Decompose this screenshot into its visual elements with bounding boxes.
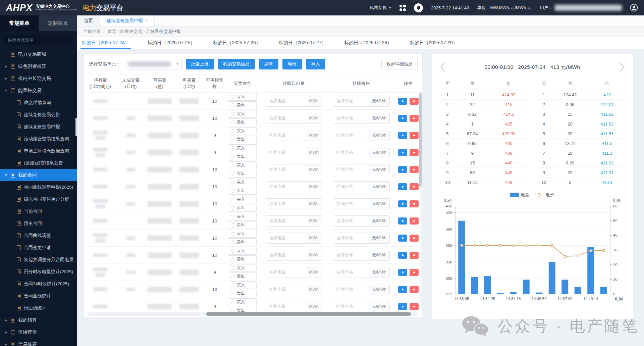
listing-qty-input[interactable]	[266, 216, 306, 226]
direction-buy-radio[interactable]: 买入	[228, 179, 257, 186]
listing-qty-input[interactable]	[266, 199, 306, 209]
date-tab[interactable]: 标的日（2025-07-28）	[343, 37, 393, 49]
direction-sell-radio[interactable]: 卖出	[228, 238, 257, 246]
delete-op-button[interactable]	[410, 183, 419, 190]
vertical-scrollbar[interactable]	[419, 93, 422, 311]
sidebar-item-合同曲线调整[interactable]: 合同曲线调整	[0, 230, 77, 242]
direction-sell-radio[interactable]: 卖出	[228, 170, 257, 178]
toolbar-button-批量上报[interactable]: 批量上报	[186, 59, 214, 69]
delete-op-button[interactable]	[410, 286, 419, 293]
listing-qty-input[interactable]	[266, 182, 306, 192]
delete-op-button[interactable]	[410, 149, 419, 156]
delete-op-button[interactable]	[410, 98, 419, 105]
sidebar-item-我的结算[interactable]: ▶我的结算	[0, 314, 77, 326]
listing-price-input[interactable]	[333, 267, 369, 278]
delete-op-button[interactable]	[410, 252, 419, 259]
sidebar-item-当前合同[interactable]: 当前合同	[0, 205, 77, 217]
sidebar-item-绿色消费核算[interactable]: ▶绿色消费核算	[0, 60, 77, 72]
sidebar-item-市场主体持仓数据查询[interactable]: 市场主体持仓数据查询	[0, 145, 77, 157]
listing-qty-input[interactable]	[266, 113, 306, 123]
direction-buy-radio[interactable]: 买入	[228, 213, 257, 220]
toolbar-button-我的交易信息[interactable]: 我的交易信息	[218, 59, 255, 69]
submit-op-button[interactable]	[398, 235, 407, 242]
listing-qty-input[interactable]	[266, 147, 306, 158]
sidebar-item-合同24时段统计(2025)[interactable]: 合同24时段统计(2025)	[0, 278, 77, 290]
toolbar-button-导入[interactable]: 导入	[306, 59, 325, 69]
delete-op-button[interactable]	[410, 235, 419, 242]
listing-price-input[interactable]	[333, 96, 369, 106]
sidebar-item-日分时段电量统计(2025)[interactable]: 日分时段电量统计(2025)	[0, 266, 77, 278]
sidebar-item-成交详情查询[interactable]: 成交详情查询	[0, 97, 77, 109]
listing-qty-input[interactable]	[266, 267, 306, 278]
listing-qty-input[interactable]	[266, 233, 306, 243]
listing-qty-input[interactable]	[266, 164, 306, 175]
sidebar-item-日曲线统计[interactable]: 日曲线统计	[0, 302, 77, 314]
direction-buy-radio[interactable]: 买入	[228, 196, 257, 203]
sidebar-item-连续竞价交易申报[interactable]: 连续竞价交易申报	[0, 121, 77, 133]
sidebar-item-电力交易商城[interactable]: 电力交易商城	[0, 48, 77, 60]
delete-op-button[interactable]	[410, 132, 419, 139]
submit-op-button[interactable]	[398, 286, 407, 293]
delete-op-button[interactable]	[410, 166, 419, 173]
sidebar-item-滚动撮合交易结果查询[interactable]: 滚动撮合交易结果查询	[0, 133, 77, 145]
avatar-icon[interactable]	[630, 4, 638, 12]
direction-buy-radio[interactable]: 买入	[228, 298, 257, 306]
listing-qty-input[interactable]	[266, 250, 306, 260]
prev-period-arrow-icon[interactable]	[437, 60, 448, 75]
sidebar-item-发起方调整分月合同电量[interactable]: 发起方调整分月合同电量	[0, 254, 77, 266]
sidebar-item-连续竞价交易公告[interactable]: 连续竞价交易公告	[0, 109, 77, 121]
sidebar-item-合同曲线统计[interactable]: 合同曲线统计	[0, 290, 77, 302]
sidebar-item-(滚撮)成交结果公告[interactable]: (滚撮)成交结果公告	[0, 157, 77, 169]
listing-qty-input[interactable]	[266, 130, 306, 141]
listing-price-input[interactable]	[333, 199, 369, 209]
listing-price-input[interactable]	[333, 233, 369, 243]
breadcrumb-item[interactable]: 首页	[108, 29, 116, 34]
direction-sell-radio[interactable]: 卖出	[228, 290, 257, 297]
delete-op-button[interactable]	[410, 303, 419, 310]
sidebar-item-信息披露[interactable]: ▶信息披露	[0, 338, 77, 346]
direction-sell-radio[interactable]: 卖出	[228, 273, 257, 280]
direction-buy-radio[interactable]: 买入	[228, 127, 257, 135]
date-tab[interactable]: 标的日（2025-07-25）	[146, 37, 197, 49]
horizontal-scrollbar[interactable]	[88, 312, 418, 316]
sidebar-item-历史合同[interactable]: 历史合同	[0, 217, 77, 230]
submit-op-button[interactable]	[398, 217, 407, 225]
tab-home[interactable]: 首页	[77, 15, 100, 26]
next-period-arrow-icon[interactable]	[616, 60, 628, 75]
sidebar-item-绿电合同零售用户分解[interactable]: 绿电合同零售用户分解	[0, 193, 77, 205]
toolbar-button-导出[interactable]: 导出	[282, 59, 302, 69]
close-tab-icon[interactable]: ×	[145, 18, 148, 23]
tab-continuous-bidding-declaration[interactable]: 连续竞价交易申报 ×	[100, 15, 155, 26]
sidebar-item-信用评价[interactable]: ▶信用评价	[0, 326, 77, 338]
direction-buy-radio[interactable]: 买入	[228, 247, 257, 255]
listing-price-input[interactable]	[333, 301, 369, 312]
listing-price-input[interactable]	[333, 216, 369, 226]
sidebar-tab-custom-menu[interactable]: 定制菜单	[39, 15, 77, 31]
direction-buy-radio[interactable]: 买入	[228, 161, 257, 169]
sidebar-scrollbar-thumb[interactable]	[75, 118, 77, 136]
listing-price-input[interactable]	[333, 250, 369, 260]
apps-grid-icon[interactable]	[399, 5, 406, 11]
direction-buy-radio[interactable]: 买入	[228, 144, 257, 152]
direction-buy-radio[interactable]: 买入	[228, 264, 257, 272]
breadcrumb-item[interactable]: 连续竞价交易申报	[146, 29, 181, 34]
delete-op-button[interactable]	[410, 217, 419, 225]
submit-op-button[interactable]	[398, 200, 407, 207]
listing-price-input[interactable]	[333, 182, 369, 192]
listing-price-input[interactable]	[333, 164, 369, 175]
direction-sell-radio[interactable]: 卖出	[228, 101, 257, 109]
direction-sell-radio[interactable]: 卖出	[228, 153, 257, 160]
direction-sell-radio[interactable]: 卖出	[228, 221, 257, 229]
toolbar-button-刷新[interactable]: 刷新	[259, 59, 278, 69]
sidebar-tab-regular-menu[interactable]: 常规菜单	[0, 15, 39, 31]
submit-op-button[interactable]	[398, 115, 407, 122]
listing-price-input[interactable]	[333, 284, 369, 295]
breadcrumb-item[interactable]: 能量块交易	[120, 29, 142, 34]
sidebar-item-能量块交易[interactable]: ▼能量块交易	[0, 85, 77, 97]
sidebar-item-合同曲线调整申报(2025)[interactable]: 合同曲线调整申报(2025)	[0, 181, 77, 193]
direction-buy-radio[interactable]: 买入	[228, 230, 257, 238]
submit-op-button[interactable]	[398, 269, 407, 276]
date-tab[interactable]: 标的日（2025-07-29）	[409, 37, 459, 49]
direction-buy-radio[interactable]: 买入	[228, 110, 257, 118]
submit-op-button[interactable]	[398, 149, 407, 156]
